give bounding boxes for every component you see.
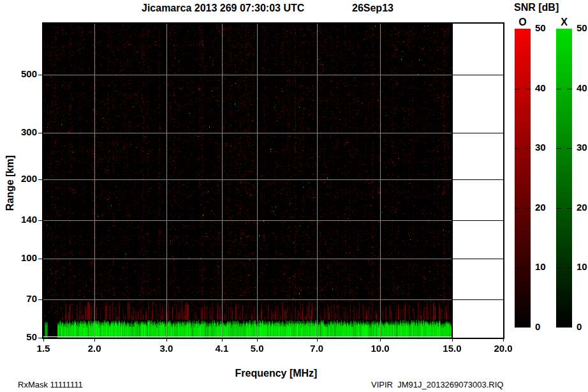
y-tick-mark <box>38 338 42 338</box>
colorbar-tick-dash <box>526 148 531 149</box>
figure-date: 26Sep13 <box>352 3 393 14</box>
colorbar-tick-dash <box>515 148 520 149</box>
footer-file-label: VIPIR JM91J_2013269073003.RIQ <box>371 381 503 389</box>
y-tick-mark <box>38 75 42 75</box>
x-tick-mark <box>503 339 504 342</box>
ionogram-heatmap-canvas <box>43 24 503 338</box>
x-tick-label: 20.0 <box>490 343 516 354</box>
colorbar-tick-label: 0 <box>577 322 582 333</box>
colorbar-tick-label: 40 <box>535 83 546 94</box>
y-tick-mark <box>38 179 42 180</box>
colorbar-tick-dash <box>515 268 520 268</box>
x-tick-mark <box>43 339 44 342</box>
colorbar-mode-label-x: X <box>556 17 572 28</box>
colorbar-tick-dash <box>556 268 561 268</box>
y-tick-label: 500 <box>9 69 37 80</box>
y-tick-mark <box>38 220 42 221</box>
colorbar-tick-dash <box>556 208 561 209</box>
x-tick-mark <box>166 339 167 342</box>
colorbar-mode-label-o: O <box>515 17 531 28</box>
x-tick-label: 5.0 <box>244 343 270 354</box>
colorbar-tick-dash <box>515 89 520 89</box>
colorbar-tick-dash <box>526 268 531 268</box>
x-tick-mark <box>452 339 453 342</box>
colorbar-tick-label: 50 <box>535 23 546 34</box>
colorbar-tick-dash <box>526 208 531 209</box>
colorbar-tick-dash <box>556 148 561 149</box>
x-tick-label: 15.0 <box>439 343 465 354</box>
x-tick-label: 7.0 <box>304 343 330 354</box>
colorbar-tick-label: 20 <box>535 202 546 213</box>
colorbar-tick-dash <box>567 208 572 209</box>
ionogram-figure: Jicamarca 2013 269 07:30:03 UTC 26Sep13 … <box>0 0 588 392</box>
x-tick-label: 10.0 <box>367 343 393 354</box>
colorbar-tick-label: 30 <box>535 142 546 153</box>
x-tick-label: 4.1 <box>209 343 235 354</box>
colorbar-tick-label: 10 <box>535 262 546 273</box>
colorbar-title: SNR [dB] <box>514 2 559 13</box>
x-tick-mark <box>257 339 258 342</box>
colorbar-tick-dash <box>526 89 531 89</box>
x-tick-label: 3.0 <box>154 343 179 354</box>
y-tick-label: 50 <box>9 332 37 343</box>
x-tick-label: 1.5 <box>31 343 56 354</box>
colorbar-tick-dash <box>567 148 572 149</box>
colorbar-o-bar <box>515 29 531 328</box>
x-tick-mark <box>94 339 95 342</box>
figure-title: Jicamarca 2013 269 07:30:03 UTC <box>142 3 304 14</box>
colorbar-tick-label: 10 <box>577 262 587 273</box>
y-tick-label: 200 <box>9 174 37 185</box>
footer-rx-mask: RxMask 11111111 <box>18 381 83 389</box>
colorbar-tick-label: 0 <box>535 322 540 333</box>
colorbar-tick-dash <box>567 268 572 268</box>
colorbar-tick-label: 50 <box>577 23 587 34</box>
y-tick-mark <box>38 299 42 300</box>
x-tick-label: 2.0 <box>82 343 107 354</box>
plot-area <box>42 22 504 339</box>
y-tick-mark <box>38 259 42 259</box>
y-tick-label: 100 <box>9 253 37 264</box>
colorbar-tick-dash <box>556 89 561 89</box>
y-tick-mark <box>38 133 42 133</box>
y-tick-label: 300 <box>9 127 37 138</box>
y-tick-label: 70 <box>9 294 37 305</box>
x-axis-title: Frequency [MHz] <box>235 368 318 379</box>
x-tick-mark <box>317 339 318 342</box>
colorbar-tick-dash <box>515 208 520 209</box>
x-tick-mark <box>222 339 223 342</box>
colorbar-tick-label: 40 <box>577 83 587 94</box>
y-tick-label: 140 <box>9 215 37 225</box>
colorbar-tick-dash <box>567 89 572 89</box>
colorbar-tick-label: 20 <box>577 202 587 213</box>
colorbar-tick-label: 30 <box>577 142 587 153</box>
colorbar-x-bar <box>556 29 572 328</box>
x-tick-mark <box>380 339 381 342</box>
